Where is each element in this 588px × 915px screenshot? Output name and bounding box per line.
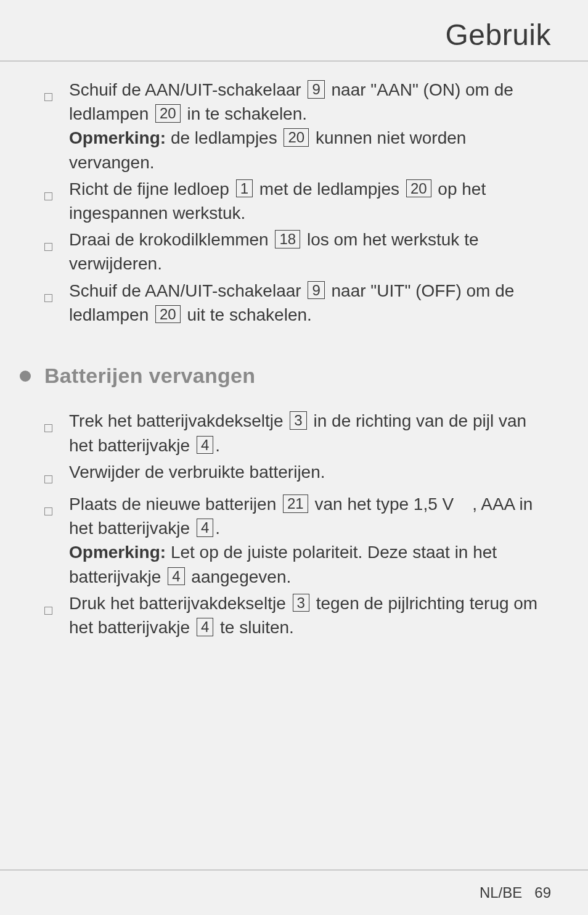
ref-box: 9 — [308, 80, 324, 99]
square-bullet-icon — [44, 177, 69, 207]
list-item-body: Schuif de AAN/UIT-schakelaar 9 naar "AAN… — [69, 78, 551, 174]
footer-language: NL/BE — [480, 884, 522, 901]
ref-box: 3 — [290, 411, 306, 430]
page-header-title: Gebruik — [445, 18, 551, 52]
text: van het type 1,5 V — [310, 494, 454, 514]
list-item: Schuif de AAN/UIT-schakelaar 9 naar "UIT… — [44, 279, 551, 327]
list-item-body: Verwijder de verbruikte batterijen. — [69, 460, 551, 484]
ref-box: 4 — [197, 436, 213, 454]
ref-box: 4 — [197, 519, 213, 537]
bullet-dot-icon — [20, 371, 31, 382]
text: . — [215, 436, 220, 455]
list-item: Druk het batterijvakdekseltje 3 tegen de… — [44, 591, 551, 639]
square-bullet-icon — [44, 591, 69, 621]
note-label: Opmerking: — [69, 543, 166, 562]
text: te sluiten. — [215, 618, 294, 637]
text: met de ledlampjes — [255, 179, 404, 199]
square-bullet-icon — [44, 279, 69, 308]
list-item-body: Schuif de AAN/UIT-schakelaar 9 naar "UIT… — [69, 279, 551, 327]
footer-page-number: 69 — [534, 884, 551, 901]
ref-box: 4 — [168, 567, 184, 586]
text: Richt de fijne ledloep — [69, 179, 234, 199]
ref-box: 20 — [155, 305, 181, 324]
text: Draai de krokodilklemmen — [69, 230, 273, 249]
page: Gebruik Schuif de AAN/UIT-schakelaar 9 n… — [0, 0, 588, 915]
ref-box: 4 — [197, 618, 213, 636]
text: Trek het batterijvakdekseltje — [69, 411, 288, 430]
list-item: Verwijder de verbruikte batterijen. — [44, 460, 551, 490]
list-item-body: Richt de fijne ledloep 1 met de ledlampj… — [69, 177, 551, 225]
ref-box: 20 — [406, 179, 431, 198]
text: Verwijder de verbruikte batterijen. — [69, 462, 325, 482]
square-bullet-icon — [44, 228, 69, 257]
header-bar: Gebruik — [0, 0, 588, 62]
list-item: Plaats de nieuwe batterijen 21 van het t… — [44, 492, 551, 589]
square-bullet-icon — [44, 78, 69, 107]
text: in te schakelen. — [182, 104, 307, 123]
text: uit te schakelen. — [182, 305, 312, 324]
list-item-body: Plaats de nieuwe batterijen 21 van het t… — [69, 492, 551, 589]
list-item-body: Draai de krokodilklemmen 18 los om het w… — [69, 228, 551, 276]
content-area: Schuif de AAN/UIT-schakelaar 9 naar "AAN… — [0, 62, 588, 639]
list-item-body: Druk het batterijvakdekseltje 3 tegen de… — [69, 591, 551, 639]
ref-box: 1 — [236, 179, 253, 198]
text: Schuif de AAN/UIT-schakelaar — [69, 281, 306, 300]
square-bullet-icon — [44, 492, 69, 522]
list-item: Richt de fijne ledloep 1 met de ledlampj… — [44, 177, 551, 225]
section-title: Batterijen vervangen — [44, 361, 255, 391]
square-bullet-icon — [44, 460, 69, 490]
text: Druk het batterijvakdekseltje — [69, 594, 291, 613]
section-heading: Batterijen vervangen — [44, 361, 551, 391]
ref-box: 9 — [308, 281, 324, 300]
ref-box: 20 — [284, 128, 309, 147]
ref-box: 20 — [155, 104, 181, 123]
note-label: Opmerking: — [69, 128, 166, 147]
text: Schuif de AAN/UIT-schakelaar — [69, 80, 306, 99]
list-item: Trek het batterijvakdekseltje 3 in de ri… — [44, 409, 551, 457]
list-item: Draai de krokodilklemmen 18 los om het w… — [44, 228, 551, 276]
text: Plaats de nieuwe batterijen — [69, 494, 281, 514]
text: de ledlampjes — [166, 128, 282, 147]
square-bullet-icon — [44, 409, 69, 438]
ref-box: 3 — [293, 594, 309, 612]
ref-box: 21 — [283, 494, 308, 513]
list-item-body: Trek het batterijvakdekseltje 3 in de ri… — [69, 409, 551, 457]
list-item: Schuif de AAN/UIT-schakelaar 9 naar "AAN… — [44, 78, 551, 174]
text: . — [215, 519, 220, 538]
footer-bar: NL/BE 69 — [0, 869, 588, 915]
ref-box: 18 — [275, 230, 300, 248]
text: aangegeven. — [187, 567, 292, 586]
